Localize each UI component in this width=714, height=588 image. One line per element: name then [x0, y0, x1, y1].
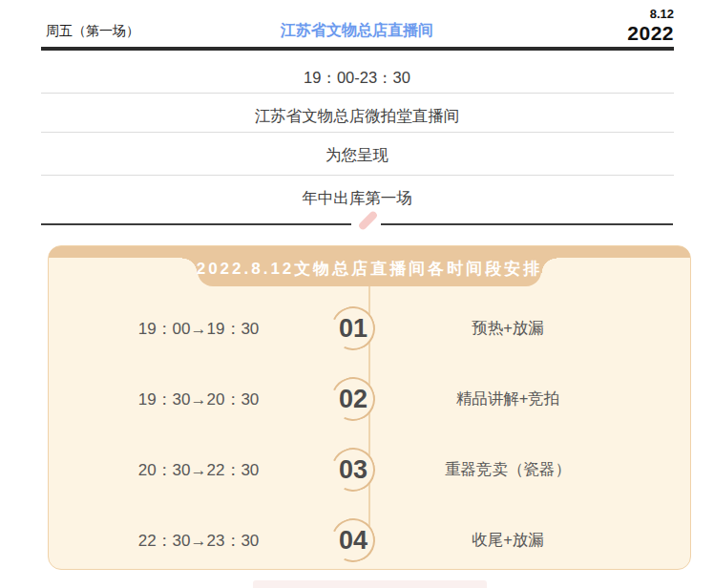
schedule-card: 2022.8.12文物总店直播间各时间段安排 19：00→19：30 01 预热… — [48, 245, 691, 570]
divider-left-segment — [41, 223, 351, 225]
slot-activity: 预热+放漏 — [375, 318, 690, 339]
separator-line — [41, 93, 674, 94]
separator-line — [41, 175, 674, 176]
date-year: 2022 — [627, 22, 674, 45]
slash-ornament-icon — [358, 210, 379, 231]
event-name-text: 年中出库第一场 — [0, 188, 714, 209]
slot-time: 19：00→19：30 — [49, 318, 331, 340]
step-circle: 01 — [331, 306, 375, 350]
step-circle: 04 — [331, 518, 375, 562]
divider-right-segment — [381, 223, 673, 225]
slot-activity: 收尾+放漏 — [375, 530, 690, 551]
slot-time: 20：30→22：30 — [49, 459, 331, 481]
schedule-row: 20：30→22：30 03 重器竞卖（瓷器） — [49, 434, 690, 505]
separator-line — [41, 132, 674, 133]
card-title-banner: 2022.8.12文物总店直播间各时间段安排 — [198, 246, 541, 286]
cutoff-pink-banner — [253, 580, 487, 588]
slot-activity: 精品讲解+竞拍 — [375, 388, 690, 410]
schedule-rows: 19：00→19：30 01 预热+放漏 19：30→20：30 02 精品讲解… — [49, 293, 690, 576]
studio-name-text: 江苏省文物总店微拍堂直播间 — [0, 106, 714, 127]
step-circle: 02 — [331, 377, 375, 421]
date-block: 8.12 2022 — [627, 8, 674, 45]
slot-time: 19：30→20：30 — [49, 388, 331, 410]
schedule-row: 19：00→19：30 01 预热+放漏 — [49, 293, 690, 364]
step-number: 04 — [331, 518, 375, 562]
presents-text: 为您呈现 — [0, 145, 714, 166]
date-month-day: 8.12 — [627, 8, 674, 22]
slot-activity: 重器竞卖（瓷器） — [375, 459, 690, 480]
card-title: 2022.8.12文物总店直播间各时间段安排 — [197, 254, 543, 280]
tab-fillet-left — [182, 258, 198, 273]
schedule-row: 22：30→23：30 04 收尾+放漏 — [49, 505, 690, 576]
slot-time: 22：30→23：30 — [49, 530, 331, 552]
page-title-link[interactable]: 江苏省文物总店直播间 — [0, 21, 714, 41]
step-circle: 03 — [331, 448, 375, 492]
step-number: 01 — [331, 306, 375, 350]
broadcast-time-text: 19：00-23：30 — [0, 68, 714, 89]
step-number: 02 — [331, 377, 375, 421]
header-divider — [41, 47, 674, 51]
schedule-row: 19：30→20：30 02 精品讲解+竞拍 — [49, 364, 690, 434]
step-number: 03 — [331, 448, 375, 492]
tab-fillet-right — [541, 258, 556, 273]
